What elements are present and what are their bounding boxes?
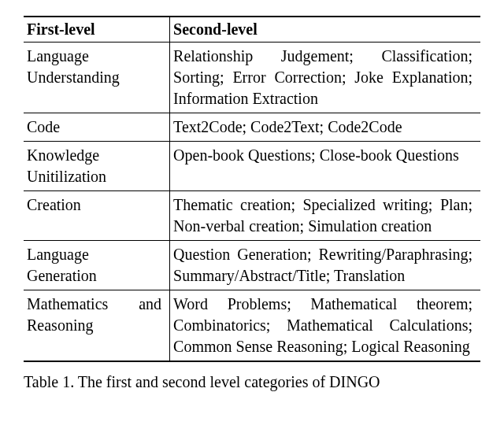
table-row: Knowledge Unitilization Open-book Questi… [24,142,480,191]
header-first-level: First-level [24,17,170,43]
cell-second-level: Relationship Judgement; Classification; … [170,43,480,113]
cell-second-level: Question Generation; Rewriting/Paraphras… [170,241,480,290]
table-row: Language Generation Question Generation;… [24,241,480,290]
table-caption: Table 1. The first and second level cate… [24,373,480,391]
cell-first-level: Mathematics and Reasoning [24,290,170,362]
header-second-level: Second-level [170,17,480,43]
table-row: Language Understanding Relationship Judg… [24,43,480,113]
cell-first-level: Language Generation [24,241,170,290]
cell-second-level: Open-book Questions; Close-book Question… [170,142,480,191]
table-row: Creation Thematic creation; Specialized … [24,191,480,241]
cell-first-level: Code [24,113,170,142]
cell-second-level: Word Problems; Mathematical theorem; Com… [170,290,480,362]
categories-table: First-level Second-level Language Unders… [24,16,480,362]
cell-first-level: Creation [24,191,170,241]
cell-second-level: Text2Code; Code2Text; Code2Code [170,113,480,142]
cell-first-level: Language Understanding [24,43,170,113]
table-row: Mathematics and Reasoning Word Problems;… [24,290,480,362]
cell-second-level: Thematic creation; Specialized writing; … [170,191,480,241]
table-row: Code Text2Code; Code2Text; Code2Code [24,113,480,142]
cell-first-level: Knowledge Unitilization [24,142,170,191]
